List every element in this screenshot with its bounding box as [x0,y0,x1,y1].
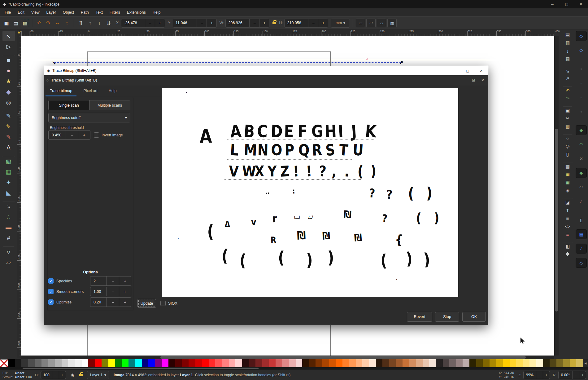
palette-swatch[interactable] [543,359,550,367]
mesh-gradient-tool[interactable]: ▦ [2,166,15,177]
layer-visibility-icon[interactable]: ◉ [71,373,74,377]
threshold-increment-button[interactable]: + [78,130,90,139]
dialog-close-button[interactable]: ✕ [474,66,488,75]
panel-close-button[interactable]: ✕ [479,76,487,84]
xml-editor-icon[interactable]: <> [563,222,573,230]
flip-horizontal-icon[interactable]: ↔ [53,18,62,28]
threshold-decrement-button[interactable]: − [66,130,78,139]
palette-swatch[interactable] [336,359,342,367]
palette-swatch[interactable] [523,359,530,367]
palette-swatch[interactable] [382,359,389,367]
optimize-increment-button[interactable]: + [119,298,131,307]
zoom-selection-icon[interactable]: ◌ [563,134,573,142]
zoom-tool[interactable]: ○ [2,246,15,257]
palette-swatch[interactable] [155,359,162,367]
ruler-corner[interactable] [17,29,21,36]
text-dialog-icon[interactable]: T [563,206,573,214]
h-decrement-button[interactable]: − [308,19,318,27]
single-scan-button[interactable]: Single scan [49,100,89,110]
unlink-clone-icon[interactable]: ▣ [563,178,573,186]
palette-swatch[interactable] [463,359,469,367]
guide-line[interactable] [21,60,554,60]
optimize-checkbox[interactable] [48,299,54,305]
document-properties-icon[interactable]: ◧ [563,242,573,250]
y-input[interactable]: 11.046 [173,21,197,25]
scale-stroke-toggle[interactable]: ▭ [356,19,365,27]
palette-swatch[interactable] [269,359,276,367]
palette-swatch[interactable] [570,359,577,367]
menu-text[interactable]: Text [92,9,106,16]
palette-swatch[interactable] [389,359,396,367]
palette-swatch[interactable] [529,359,536,367]
palette-swatch[interactable] [276,359,282,367]
palette-swatch[interactable] [516,359,523,367]
paste-icon[interactable]: ▨ [563,122,573,130]
rectangle-tool[interactable]: ■ [2,55,15,65]
palette-swatch[interactable] [289,359,296,367]
stop-button[interactable]: Stop [435,312,459,322]
fill-stroke-indicator[interactable]: Fill:Unset Stroke:Unset 1.00 [2,371,32,379]
opacity-input[interactable]: 100 [41,373,52,377]
menu-extensions[interactable]: Extensions [124,9,149,16]
units-select[interactable]: mm ▾ [331,19,350,28]
scale-gradient-toggle[interactable]: ▱ [377,19,386,27]
export-icon[interactable]: ↗ [563,75,573,83]
menu-filters[interactable]: Filters [106,9,124,16]
snap-toggle-icon[interactable]: ◇ [576,31,586,41]
layers-icon[interactable]: ≡ [563,214,573,222]
ok-button[interactable]: OK [462,312,486,322]
new-document-icon[interactable]: ▤ [563,31,573,39]
x-increment-button[interactable]: + [155,19,165,27]
snap-path-icon[interactable]: ◠ [576,140,586,149]
optimize-decrement-button[interactable]: − [107,298,119,307]
select-all-icon[interactable]: ▣ [2,18,11,28]
snap-page-border-icon[interactable]: ▯ [576,215,586,225]
horizontal-scrollbar-thumb[interactable] [160,356,526,359]
palette-swatch[interactable] [396,359,403,367]
copy-icon[interactable]: ▣ [563,106,573,114]
palette-swatch[interactable] [436,359,443,367]
palette-swatch[interactable] [175,359,182,367]
gradient-tool[interactable]: ▧ [2,156,15,166]
palette-swatch[interactable] [490,359,496,367]
snap-path-intersections-icon[interactable]: ✕ [576,154,586,163]
snap-bbox-edge-midpoints-icon[interactable]: ▫ [576,93,586,102]
palette-swatch[interactable] [235,359,242,367]
palette-scrollbar-thumb[interactable] [23,368,259,369]
palette-swatch[interactable] [369,359,376,367]
palette-swatch[interactable] [309,359,316,367]
snap-bbox-corners-icon[interactable]: ▫ [576,78,586,88]
text-tool[interactable]: A [2,142,15,153]
palette-none-swatch[interactable] [0,359,8,367]
palette-swatch[interactable] [148,359,155,367]
deselect-icon[interactable]: ▧ [20,18,30,28]
zoom-increment-button[interactable]: + [543,371,550,379]
cut-icon[interactable]: ✂ [563,114,573,122]
palette-swatch[interactable] [342,359,349,367]
zoom-page-icon[interactable]: ▯ [563,150,573,158]
opacity-increment-button[interactable]: + [59,371,66,379]
detection-mode-select[interactable]: Brightness cutoff ▾ [48,113,130,122]
scale-handle-nw[interactable]: ↘ [52,60,56,65]
scale-handle-ne[interactable]: ↗ [399,60,403,65]
siox-checkbox[interactable] [160,301,166,306]
connector-tool[interactable]: # [2,233,15,243]
palette-swatch[interactable] [249,359,255,367]
paint-bucket-tool[interactable]: ◣ [2,188,15,198]
palette-swatch[interactable] [75,359,82,367]
palette-swatch[interactable] [115,359,122,367]
revert-button[interactable]: Revert [407,312,432,322]
palette-swatch[interactable] [48,359,55,367]
palette-swatch[interactable] [182,359,189,367]
vertical-ruler[interactable]: 0255075100125150175200225250 [17,36,21,358]
select-original-icon[interactable]: ◈ [563,186,573,194]
palette-scroll-left-icon[interactable]: ◀ [583,359,588,367]
invert-image-checkbox[interactable] [94,132,99,138]
panel-dock-button[interactable]: ⊡ [469,76,477,84]
snap-bbox-edges-icon[interactable]: ▫ [576,64,586,73]
vertical-scrollbar-thumb[interactable] [555,129,558,312]
horizontal-scrollbar[interactable] [21,356,554,359]
y-increment-button[interactable]: + [207,19,216,27]
star-tool[interactable]: ★ [2,76,15,86]
save-icon[interactable]: ↓ [563,47,573,55]
